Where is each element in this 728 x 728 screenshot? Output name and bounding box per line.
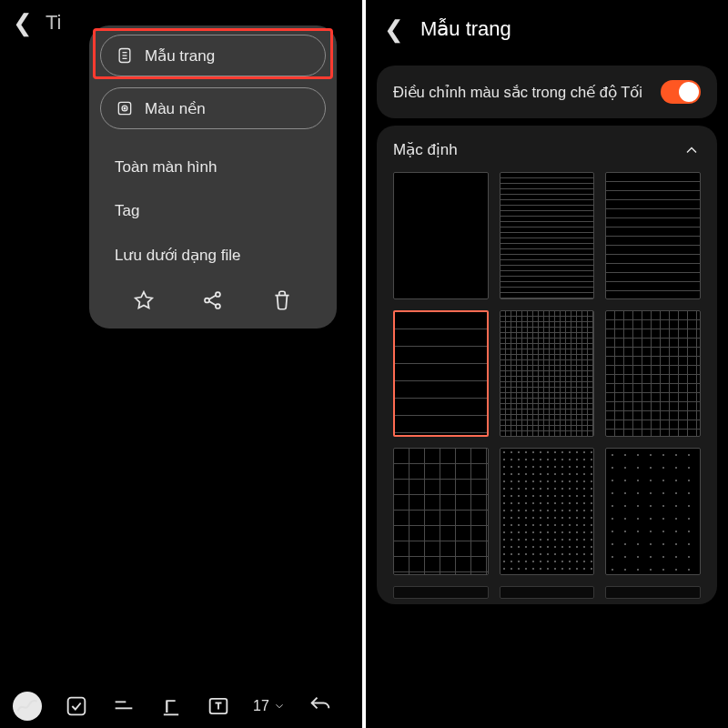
svg-rect-12 bbox=[68, 698, 86, 715]
background-color-button[interactable]: Màu nền bbox=[100, 87, 326, 129]
popup-action-row bbox=[100, 285, 326, 312]
background-color-icon bbox=[116, 99, 134, 117]
svg-point-7 bbox=[205, 298, 209, 303]
chevron-down-icon bbox=[273, 700, 286, 713]
dark-adjust-label: Điều chỉnh màu sắc trong chế độ Tối bbox=[393, 82, 650, 102]
popup-menu-list: Toàn màn hình Tag Lưu dưới dạng file bbox=[100, 140, 326, 278]
svg-point-6 bbox=[124, 107, 126, 109]
font-size-value: 17 bbox=[253, 698, 269, 714]
share-icon[interactable] bbox=[201, 288, 225, 312]
template-grid-wide[interactable] bbox=[393, 448, 489, 575]
svg-point-9 bbox=[216, 304, 220, 308]
template-peek bbox=[393, 586, 489, 599]
back-icon[interactable]: ❮ bbox=[384, 15, 404, 44]
group-default-header[interactable]: Mặc định bbox=[393, 140, 701, 159]
pen-tool-button[interactable] bbox=[13, 692, 42, 721]
svg-line-10 bbox=[209, 296, 217, 299]
editor-toolbar: 17 bbox=[0, 684, 362, 728]
trash-icon[interactable] bbox=[270, 288, 294, 312]
group-default-label: Mặc định bbox=[393, 140, 458, 159]
chevron-up-icon bbox=[682, 141, 701, 159]
dark-mode-section: Điều chỉnh màu sắc trong chế độ Tối bbox=[377, 66, 717, 118]
background-color-label: Màu nền bbox=[145, 99, 206, 118]
template-grid bbox=[393, 172, 701, 599]
menu-item-fullscreen[interactable]: Toàn màn hình bbox=[111, 146, 320, 189]
text-style-button[interactable] bbox=[158, 693, 184, 719]
page-template-icon bbox=[116, 46, 134, 65]
template-peek bbox=[605, 586, 701, 599]
left-pane: ❮ Ti Mẫu trang Màu nền Toàn màn hình Tag… bbox=[0, 0, 362, 728]
template-hlines-med[interactable] bbox=[605, 172, 701, 299]
back-icon[interactable]: ❮ bbox=[13, 9, 33, 37]
page-template-button[interactable]: Mẫu trang bbox=[100, 35, 326, 76]
template-grid-tight[interactable] bbox=[500, 310, 595, 438]
templates-section: Mặc định bbox=[377, 126, 717, 604]
svg-point-8 bbox=[216, 292, 220, 297]
menu-item-tag[interactable]: Tag bbox=[111, 189, 320, 233]
template-dots-tight[interactable] bbox=[500, 448, 595, 575]
todo-tool-button[interactable] bbox=[64, 693, 89, 719]
template-peek bbox=[500, 586, 595, 599]
template-hlines-wide[interactable] bbox=[393, 310, 489, 438]
template-grid-med[interactable] bbox=[605, 310, 701, 438]
undo-button[interactable] bbox=[308, 693, 333, 719]
font-size-dropdown[interactable]: 17 bbox=[253, 698, 286, 714]
template-blank[interactable] bbox=[393, 172, 489, 299]
right-pane: ❮ Mẫu trang Điều chỉnh màu sắc trong chế… bbox=[366, 0, 728, 728]
text-size-button[interactable] bbox=[111, 693, 136, 719]
page-title-truncated: Ti bbox=[46, 11, 62, 35]
dark-adjust-toggle[interactable] bbox=[661, 80, 701, 104]
text-box-button[interactable] bbox=[206, 693, 231, 719]
svg-line-11 bbox=[209, 301, 217, 305]
page-title: Mẫu trang bbox=[420, 17, 511, 41]
dark-adjust-row[interactable]: Điều chỉnh màu sắc trong chế độ Tối bbox=[393, 80, 701, 104]
template-dots-med[interactable] bbox=[605, 448, 701, 575]
menu-item-save-as-file[interactable]: Lưu dưới dạng file bbox=[111, 233, 320, 278]
right-header: ❮ Mẫu trang bbox=[366, 0, 728, 58]
template-hlines-tight[interactable] bbox=[500, 172, 595, 299]
page-template-label: Mẫu trang bbox=[145, 46, 215, 66]
favorite-icon[interactable] bbox=[132, 288, 156, 312]
note-options-popup: Mẫu trang Màu nền Toàn màn hình Tag Lưu … bbox=[89, 25, 337, 329]
